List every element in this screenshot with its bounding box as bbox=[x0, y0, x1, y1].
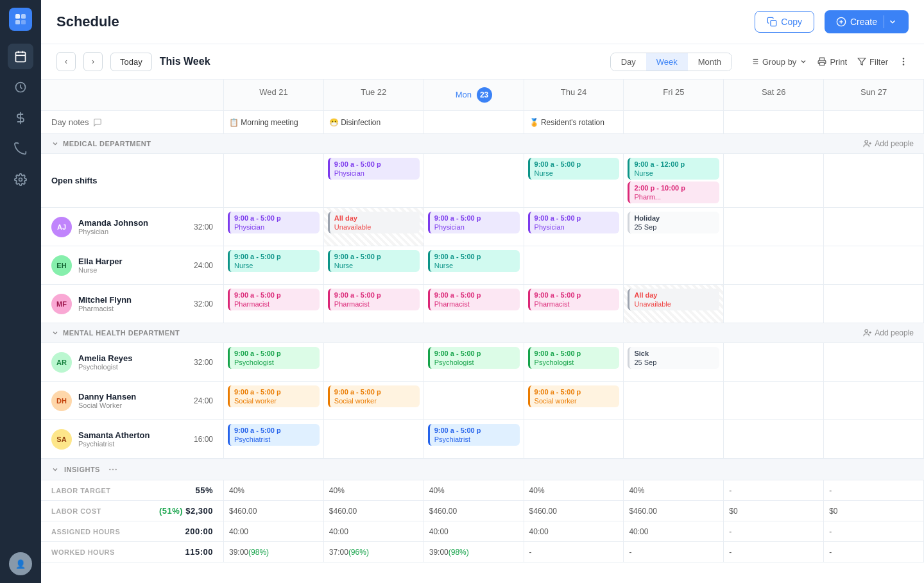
amelia-shift-thu24[interactable]: 9:00 a - 5:00 p Psychologist bbox=[528, 347, 620, 369]
mitchel-wed21[interactable]: 9:00 a - 5:00 p Pharmacist bbox=[224, 285, 324, 323]
today-button[interactable]: Today bbox=[110, 53, 152, 71]
week-view-button[interactable]: Week bbox=[646, 53, 688, 71]
day-notes-tue22[interactable]: 😷 Disinfection bbox=[324, 111, 424, 134]
print-button[interactable]: Print bbox=[817, 57, 847, 67]
ella-sun27[interactable] bbox=[824, 246, 924, 285]
amanda-sun27[interactable] bbox=[824, 208, 924, 246]
amelia-shift-wed21[interactable]: 9:00 a - 5:00 p Psychologist bbox=[228, 347, 320, 369]
danny-tue22[interactable]: 9:00 a - 5:00 p Social worker bbox=[324, 382, 424, 420]
open-shift-tue22[interactable]: 9:00 a - 5:00 p Physician bbox=[324, 154, 424, 208]
add-people-medical[interactable]: Add people bbox=[863, 139, 914, 148]
day-notes-fri25[interactable] bbox=[624, 111, 724, 134]
ella-fri25[interactable] bbox=[624, 246, 724, 285]
ella-wed21[interactable]: 9:00 a - 5:00 p Nurse bbox=[224, 246, 324, 285]
amanda-fri25[interactable]: Holiday 25 Sep bbox=[624, 208, 724, 246]
open-shift-sun27[interactable] bbox=[824, 154, 924, 208]
mitchel-sun27[interactable] bbox=[824, 285, 924, 323]
danny-mon23[interactable] bbox=[424, 382, 524, 420]
amanda-shift-thu24[interactable]: 9:00 a - 5:00 p Physician bbox=[528, 212, 620, 233]
day-view-button[interactable]: Day bbox=[611, 53, 646, 71]
amelia-thu24[interactable]: 9:00 a - 5:00 p Psychologist bbox=[524, 343, 624, 382]
danny-sat26[interactable] bbox=[724, 382, 824, 420]
samanta-shift-wed21[interactable]: 9:00 a - 5:00 p Psychiatrist bbox=[228, 424, 320, 446]
sidebar-item-schedule[interactable] bbox=[8, 44, 33, 69]
day-notes-sun27[interactable] bbox=[824, 111, 924, 134]
samanta-tue22[interactable] bbox=[324, 420, 424, 459]
copy-button[interactable]: Copy bbox=[755, 11, 814, 33]
amelia-sun27[interactable] bbox=[824, 343, 924, 382]
danny-fri25[interactable] bbox=[624, 382, 724, 420]
ella-shift-wed21[interactable]: 9:00 a - 5:00 p Nurse bbox=[228, 250, 320, 272]
month-view-button[interactable]: Month bbox=[688, 53, 732, 71]
open-shift-thu24[interactable]: 9:00 a - 5:00 p Nurse bbox=[524, 154, 624, 208]
ella-tue22[interactable]: 9:00 a - 5:00 p Nurse bbox=[324, 246, 424, 285]
open-shift-chip-fri25-2[interactable]: 2:00 p - 10:00 p Pharm... bbox=[628, 182, 719, 203]
ella-shift-tue22[interactable]: 9:00 a - 5:00 p Nurse bbox=[328, 250, 420, 272]
sidebar-item-settings[interactable] bbox=[8, 167, 33, 192]
amelia-wed21[interactable]: 9:00 a - 5:00 p Psychologist bbox=[224, 343, 324, 382]
open-shift-mon23[interactable] bbox=[424, 154, 524, 208]
ella-sat26[interactable] bbox=[724, 246, 824, 285]
open-shift-fri25[interactable]: 9:00 a - 12:00 p Nurse 2:00 p - 10:00 p … bbox=[624, 154, 724, 208]
mitchel-shift-fri25[interactable]: All day Unavailable bbox=[628, 289, 719, 310]
samanta-mon23[interactable]: 9:00 a - 5:00 p Psychiatrist bbox=[424, 420, 524, 459]
more-options-button[interactable] bbox=[898, 56, 909, 67]
samanta-fri25[interactable] bbox=[624, 420, 724, 459]
danny-wed21[interactable]: 9:00 a - 5:00 p Social worker bbox=[224, 382, 324, 420]
danny-shift-thu24[interactable]: 9:00 a - 5:00 p Social worker bbox=[528, 385, 620, 407]
mitchel-fri25[interactable]: All day Unavailable bbox=[624, 285, 724, 323]
day-notes-mon23[interactable] bbox=[424, 111, 524, 134]
amelia-mon23[interactable]: 9:00 a - 5:00 p Psychologist bbox=[424, 343, 524, 382]
danny-thu24[interactable]: 9:00 a - 5:00 p Social worker bbox=[524, 382, 624, 420]
create-button[interactable]: Create bbox=[825, 10, 909, 33]
samanta-thu24[interactable] bbox=[524, 420, 624, 459]
amanda-shift-tue22[interactable]: All day Unavailable bbox=[328, 212, 420, 233]
mitchel-shift-thu24[interactable]: 9:00 a - 5:00 p Pharmacist bbox=[528, 289, 620, 310]
user-avatar[interactable]: 👤 bbox=[9, 552, 32, 575]
ella-shift-mon23[interactable]: 9:00 a - 5:00 p Nurse bbox=[428, 250, 520, 272]
danny-sun27[interactable] bbox=[824, 382, 924, 420]
open-shift-wed21[interactable] bbox=[224, 154, 324, 208]
samanta-wed21[interactable]: 9:00 a - 5:00 p Psychiatrist bbox=[224, 420, 324, 459]
amelia-shift-fri25[interactable]: Sick 25 Sep bbox=[628, 347, 719, 369]
mitchel-shift-mon23[interactable]: 9:00 a - 5:00 p Pharmacist bbox=[428, 289, 520, 310]
open-shift-chip-tue22[interactable]: 9:00 a - 5:00 p Physician bbox=[328, 158, 420, 180]
ella-thu24[interactable] bbox=[524, 246, 624, 285]
open-shift-sat26[interactable] bbox=[724, 154, 824, 208]
add-people-mental-health[interactable]: Add people bbox=[863, 328, 914, 337]
amanda-sat26[interactable] bbox=[724, 208, 824, 246]
danny-shift-wed21[interactable]: 9:00 a - 5:00 p Social worker bbox=[228, 385, 320, 407]
day-notes-sat26[interactable] bbox=[724, 111, 824, 134]
amanda-wed21[interactable]: 9:00 a - 5:00 p Physician bbox=[224, 208, 324, 246]
mitchel-shift-wed21[interactable]: 9:00 a - 5:00 p Pharmacist bbox=[228, 289, 320, 310]
day-notes-wed21[interactable]: 📋 Morning meeting bbox=[224, 111, 324, 134]
sidebar-item-billing[interactable] bbox=[8, 105, 33, 131]
mitchel-mon23[interactable]: 9:00 a - 5:00 p Pharmacist bbox=[424, 285, 524, 323]
amanda-thu24[interactable]: 9:00 a - 5:00 p Physician bbox=[524, 208, 624, 246]
amanda-shift-fri25[interactable]: Holiday 25 Sep bbox=[628, 212, 719, 233]
day-notes-thu24[interactable]: 🏅 Resident's rotation bbox=[524, 111, 624, 134]
open-shift-chip-thu24[interactable]: 9:00 a - 5:00 p Nurse bbox=[528, 158, 620, 180]
amelia-sat26[interactable] bbox=[724, 343, 824, 382]
samanta-sat26[interactable] bbox=[724, 420, 824, 459]
samanta-shift-mon23[interactable]: 9:00 a - 5:00 p Psychiatrist bbox=[428, 424, 520, 446]
group-by-button[interactable]: Group by bbox=[750, 57, 807, 67]
ella-mon23[interactable]: 9:00 a - 5:00 p Nurse bbox=[424, 246, 524, 285]
amanda-tue22[interactable]: All day Unavailable bbox=[324, 208, 424, 246]
amelia-tue22[interactable] bbox=[324, 343, 424, 382]
sidebar-item-clock[interactable] bbox=[8, 74, 33, 100]
mitchel-shift-tue22[interactable]: 9:00 a - 5:00 p Pharmacist bbox=[328, 289, 420, 310]
amanda-mon23[interactable]: 9:00 a - 5:00 p Physician bbox=[424, 208, 524, 246]
amanda-shift-wed21[interactable]: 9:00 a - 5:00 p Physician bbox=[228, 212, 320, 233]
next-week-button[interactable]: › bbox=[83, 52, 103, 71]
amelia-shift-mon23[interactable]: 9:00 a - 5:00 p Psychologist bbox=[428, 347, 520, 369]
samanta-sun27[interactable] bbox=[824, 420, 924, 459]
danny-shift-tue22[interactable]: 9:00 a - 5:00 p Social worker bbox=[328, 385, 420, 407]
open-shift-chip-fri25-1[interactable]: 9:00 a - 12:00 p Nurse bbox=[628, 158, 719, 180]
mitchel-sat26[interactable] bbox=[724, 285, 824, 323]
prev-week-button[interactable]: ‹ bbox=[56, 52, 76, 71]
sidebar-item-travel[interactable] bbox=[8, 136, 33, 162]
mitchel-thu24[interactable]: 9:00 a - 5:00 p Pharmacist bbox=[524, 285, 624, 323]
mitchel-tue22[interactable]: 9:00 a - 5:00 p Pharmacist bbox=[324, 285, 424, 323]
amelia-fri25[interactable]: Sick 25 Sep bbox=[624, 343, 724, 382]
